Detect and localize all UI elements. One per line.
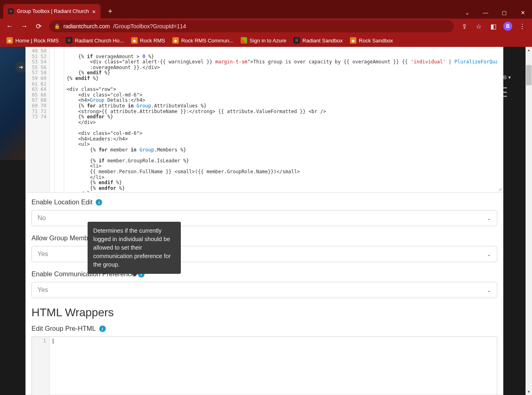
menu-icon[interactable]: ⋮ (516, 20, 529, 33)
share-icon[interactable]: ⇪ (458, 20, 471, 33)
bookmark-star-icon[interactable]: ☆ (472, 20, 485, 33)
field-label: Enable Location Edit i (31, 198, 497, 206)
select-enable-communication-preference[interactable]: Yes ⌄ (31, 282, 497, 298)
browser-toolbar: ← → ⟳ 🔒 radiantchurch.com/GroupToolbox?G… (0, 19, 532, 34)
scroll-up-icon[interactable]: ▲ (526, 47, 532, 53)
bookmark-rock-rms-community[interactable]: ◆Rock RMS Commun... (169, 36, 237, 45)
field-edit-group-pre-html: Edit Group Pre-HTML i 1 (31, 325, 497, 395)
window-minimize-icon[interactable]: ― (476, 6, 495, 19)
nav-reload-button[interactable]: ⟳ (32, 20, 45, 33)
code-content[interactable]: {% if overageAmount > 0 %} <div class="a… (50, 47, 497, 192)
nav-forward-button[interactable]: → (18, 20, 31, 33)
bookmark-rock-sandbox[interactable]: ◆Rock Sandbox (347, 36, 396, 45)
info-icon[interactable]: i (96, 199, 102, 206)
code-gutter: 1 (32, 337, 50, 395)
window-controls: ⌄ ― ▢ ✕ (458, 6, 532, 19)
browser-tab-active[interactable]: R Group Toolbox | Radiant Church × (3, 4, 101, 19)
new-tab-button[interactable]: + (105, 6, 116, 17)
bookmark-rock-rms[interactable]: ◆Rock RMS (128, 36, 168, 45)
tooltip-communication-preference: Determines if the currently logged in in… (88, 222, 181, 274)
bookmark-icon: R (66, 37, 72, 44)
section-heading-html-wrappers: HTML Wrappers (31, 306, 497, 319)
page-viewport: ➜ DB ▾ 49 50 51 52 53 54 55 56 57 58 59 … (0, 47, 532, 395)
code-gutter: 49 50 51 52 53 54 55 56 57 58 59 60 61 6… (26, 47, 50, 192)
pre-html-code-editor[interactable]: 1 (31, 336, 497, 395)
bookmark-sign-in-azure[interactable]: Sign in to Azure (237, 36, 289, 45)
code-content[interactable] (50, 337, 497, 395)
scroll-down-icon[interactable]: ▼ (526, 389, 532, 395)
settings-card: 49 50 51 52 53 54 55 56 57 58 59 60 61 6… (25, 47, 503, 395)
scroll-thumb[interactable] (526, 65, 532, 85)
favicon-icon: R (8, 8, 14, 14)
window-titlebar: R Group Toolbox | Radiant Church × + ⌄ ―… (0, 0, 532, 19)
field-label: Edit Group Pre-HTML i (31, 325, 497, 332)
lava-code-editor[interactable]: 49 50 51 52 53 54 55 56 57 58 59 60 61 6… (26, 47, 503, 193)
page-scrollbar[interactable]: ▲ ▼ (526, 47, 532, 395)
bookmarks-bar: ◆Home | Rock RMS RRadiant Church Ho... ◆… (0, 34, 532, 47)
bookmark-radiant-sandbox[interactable]: RRadiant Sandbox (290, 36, 346, 45)
bookmark-icon: ◆ (6, 37, 13, 44)
field-enable-communication-preference: Enable Communication Preference i Yes ⌄ (31, 270, 497, 298)
tab-title: Group Toolbox | Radiant Church (17, 8, 89, 14)
window-maximize-icon[interactable]: ▢ (495, 6, 513, 19)
info-icon[interactable]: i (99, 326, 106, 332)
url-host: radiantchurch.com (63, 23, 110, 29)
chevron-down-icon: ⌄ (487, 287, 491, 293)
side-panel-icon[interactable]: ◧ (487, 20, 500, 33)
lock-icon: 🔒 (54, 23, 60, 29)
chevron-down-icon: ⌄ (487, 251, 491, 257)
tab-close-icon[interactable]: × (92, 8, 96, 15)
tab-search-icon[interactable]: ⌄ (458, 6, 476, 19)
bookmark-radiant-church[interactable]: RRadiant Church Ho... (63, 36, 127, 45)
window-close-icon[interactable]: ✕ (513, 6, 532, 19)
bookmark-icon: ◆ (172, 37, 179, 44)
text-cursor (53, 338, 53, 344)
nav-back-button[interactable]: ← (3, 20, 16, 33)
bookmark-icon: ◆ (131, 37, 138, 44)
profile-avatar[interactable]: B (501, 20, 514, 33)
bookmark-icon: R (293, 37, 300, 44)
resize-handle-icon[interactable] (497, 187, 502, 191)
address-bar[interactable]: 🔒 radiantchurch.com/GroupToolbox?GroupId… (49, 20, 454, 32)
bookmark-home-rock-rms[interactable]: ◆Home | Rock RMS (3, 36, 62, 45)
bookmark-icon: ◆ (350, 37, 356, 44)
chevron-down-icon: ⌄ (487, 215, 491, 221)
url-path: /GroupToolbox?GroupId=114 (113, 23, 186, 29)
bookmark-icon (241, 37, 247, 44)
